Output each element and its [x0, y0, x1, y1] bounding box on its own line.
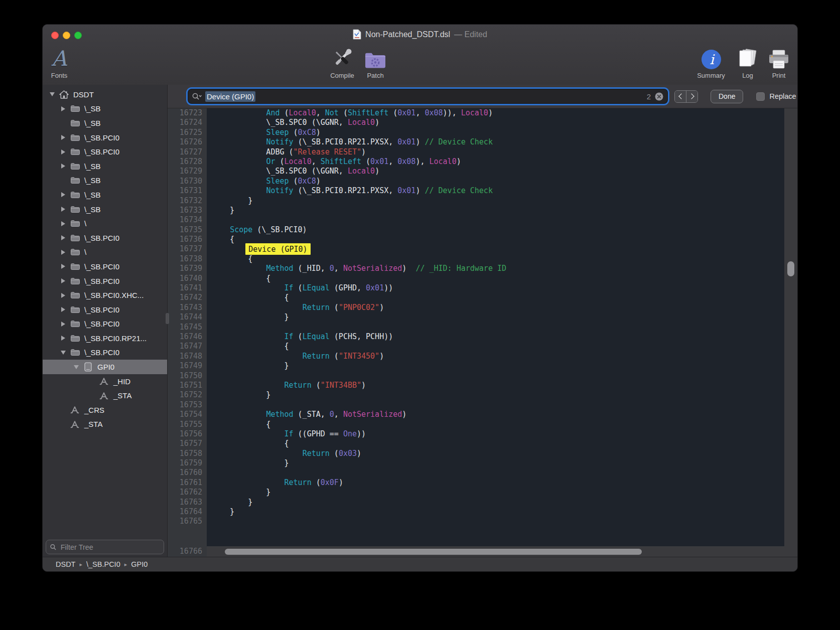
disclosure-right-icon[interactable]	[58, 164, 69, 169]
folder-icon	[69, 320, 81, 328]
line-number: 16727	[168, 147, 202, 157]
disclosure-right-icon[interactable]	[58, 307, 69, 312]
find-search-field[interactable]: Device (GPI0) 2	[188, 89, 667, 103]
breadcrumb-segment[interactable]: DSDT	[56, 560, 75, 568]
disclosure-right-icon[interactable]	[58, 322, 69, 327]
disclosure-down-icon[interactable]	[47, 92, 58, 96]
log-pages-icon	[737, 46, 759, 70]
tree-item-dsdt[interactable]: DSDT	[43, 87, 167, 102]
document-icon	[353, 29, 361, 40]
code-line: {	[212, 293, 784, 302]
clear-search-icon[interactable]	[655, 92, 663, 101]
folder-icon	[69, 349, 81, 356]
tree-item-sbpci0[interactable]: \_SB.PCI0	[43, 317, 167, 332]
filter-tree-input[interactable]	[60, 543, 160, 552]
disclosure-right-icon[interactable]	[58, 192, 69, 197]
tree-item-sbpci0xhc[interactable]: \_SB.PCI0.XHC...	[43, 288, 167, 302]
tree-item-sb[interactable]: \_SB	[43, 174, 167, 188]
folder-icon	[69, 306, 81, 313]
compile-button[interactable]: Compile	[321, 46, 363, 79]
disclosure-right-icon[interactable]	[58, 235, 69, 240]
code-line: Or (Local0, ShiftLeft (0x01, 0x08), Loca…	[212, 157, 784, 167]
folder-icon	[69, 119, 81, 127]
filter-tree-field[interactable]	[46, 540, 164, 554]
sidebar-splitter-handle[interactable]	[166, 313, 169, 324]
tree-item-sb[interactable]: \_SB	[43, 116, 167, 130]
tree-item-sbpci0[interactable]: \_SB.PCI0	[43, 259, 167, 274]
disclosure-down-icon[interactable]	[58, 351, 69, 355]
horizontal-scrollbar-row: 16766	[168, 546, 797, 557]
tree-item-sb[interactable]: \_SB	[43, 159, 167, 174]
tree-item-sbpci0[interactable]: \_SB.PCI0	[43, 144, 167, 159]
tree-item-[interactable]: \	[43, 216, 167, 231]
tree-item-hid[interactable]: _HID	[43, 374, 167, 389]
breadcrumb-segment[interactable]: GPI0	[131, 560, 148, 568]
replace-checkbox[interactable]	[756, 92, 765, 101]
find-previous-button[interactable]	[675, 91, 686, 102]
code-line: Return ("INT3450")	[212, 352, 784, 361]
code-line: Return ("PNP0C02")	[212, 303, 784, 312]
tree-item-[interactable]: \	[43, 245, 167, 260]
disclosure-right-icon[interactable]	[58, 106, 69, 111]
disclosure-right-icon[interactable]	[58, 264, 69, 269]
disclosure-right-icon[interactable]	[58, 135, 69, 140]
disclosure-right-icon[interactable]	[58, 221, 69, 226]
horizontal-scrollbar[interactable]	[207, 546, 797, 557]
method-icon	[98, 377, 110, 385]
vertical-scrollbar[interactable]	[784, 108, 797, 546]
tree-item-label: DSDT	[73, 90, 94, 99]
log-button[interactable]: Log	[733, 46, 762, 79]
tree-item-sbpci0[interactable]: \_SB.PCI0	[43, 130, 167, 145]
disclosure-right-icon[interactable]	[58, 149, 69, 154]
chevron-left-icon	[678, 93, 684, 99]
tree-item-label: \_SB.PCI0	[84, 147, 119, 156]
tree-item-sta[interactable]: _STA	[43, 417, 167, 432]
window-title: Non-Patched_DSDT.dsl	[365, 30, 450, 39]
disclosure-right-icon[interactable]	[58, 250, 69, 255]
code-editor[interactable]: And (Local0, Not (ShiftLeft (0x01, 0x08)…	[207, 108, 784, 546]
tree-item-sb[interactable]: \_SB	[43, 202, 167, 217]
code-line	[212, 323, 784, 332]
line-number: 16731	[168, 186, 202, 196]
tree-item-label: \_SB	[84, 205, 101, 214]
folder-icon	[69, 206, 81, 213]
tree-item-gpi0[interactable]: GPI0	[43, 360, 167, 374]
folder-icon	[69, 191, 81, 199]
print-button[interactable]: Print	[764, 46, 793, 79]
find-next-button[interactable]	[686, 91, 697, 102]
tree-item-sta[interactable]: _STA	[43, 388, 167, 403]
tree-item-sb[interactable]: \_SB	[43, 102, 167, 116]
line-number: 16751	[168, 381, 202, 390]
code-line: Sleep (0xC8)	[212, 177, 784, 186]
disclosure-right-icon[interactable]	[58, 293, 69, 298]
tree-item-sb[interactable]: \_SB	[43, 188, 167, 202]
home-icon	[58, 90, 70, 99]
tree-item-sbpci0[interactable]: \_SB.PCI0	[43, 231, 167, 245]
search-menu-icon[interactable]	[192, 93, 202, 100]
folder-icon	[69, 177, 81, 184]
fonts-button[interactable]: A Fonts	[45, 46, 74, 79]
done-button[interactable]: Done	[711, 90, 743, 103]
tree-item-sbpci0[interactable]: \_SB.PCI0	[43, 302, 167, 317]
code-scroll-view: 1672316724167251672616727167281672916730…	[168, 108, 797, 546]
line-number: 16723	[168, 108, 202, 118]
line-number: 16749	[168, 361, 202, 371]
tree-item-label: \_SB	[84, 176, 101, 185]
summary-button[interactable]: i Summary	[691, 46, 731, 79]
patch-button[interactable]: Patch	[358, 46, 393, 79]
breadcrumb-segment[interactable]: \_SB.PCI0	[86, 560, 120, 568]
tree-item-label: \_SB.PCI0	[84, 348, 119, 357]
disclosure-right-icon[interactable]	[58, 278, 69, 283]
tree-item-sbpci0[interactable]: \_SB.PCI0	[43, 346, 167, 360]
disclosure-right-icon[interactable]	[58, 207, 69, 212]
tree-item-sbpci0[interactable]: \_SB.PCI0	[43, 274, 167, 288]
tree-item-label: \_SB	[84, 191, 101, 199]
horizontal-scrollbar-thumb[interactable]	[225, 549, 642, 555]
line-number: 16742	[168, 293, 202, 302]
vertical-scrollbar-thumb[interactable]	[787, 261, 794, 276]
tree-item-crs[interactable]: _CRS	[43, 403, 167, 417]
disclosure-right-icon[interactable]	[58, 336, 69, 341]
patch-folder-icon	[364, 46, 386, 70]
tree-item-sbpci0rp21[interactable]: \_SB.PCI0.RP21...	[43, 331, 167, 346]
disclosure-down-icon[interactable]	[71, 365, 82, 369]
